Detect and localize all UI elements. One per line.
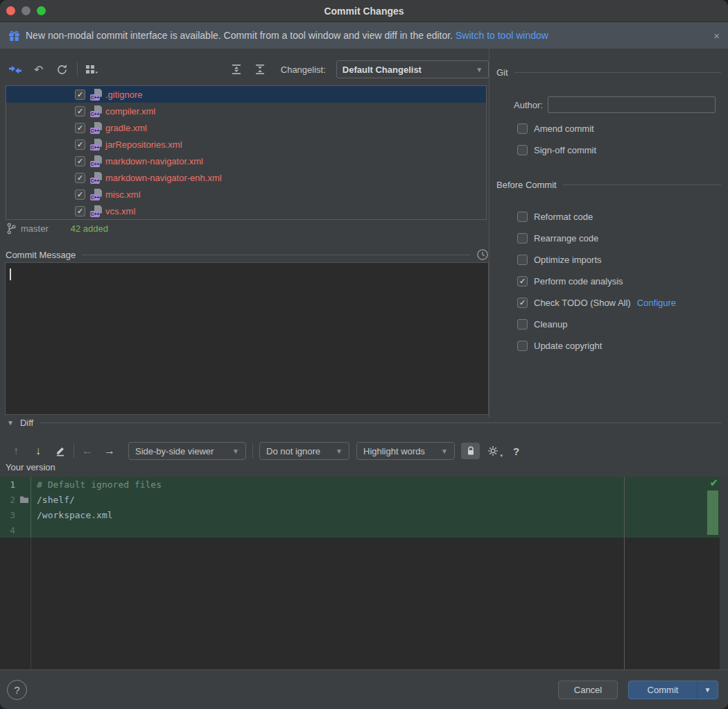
- diff-help-icon[interactable]: ?: [513, 445, 519, 457]
- checkbox[interactable]: ✓: [517, 276, 528, 287]
- edit-source-icon[interactable]: [51, 443, 69, 459]
- file-row[interactable]: ✓C++vcs.xml: [6, 203, 486, 219]
- line-number: 2: [0, 492, 18, 507]
- error-stripe[interactable]: [720, 477, 728, 669]
- disable-editing-lock-button[interactable]: [461, 443, 480, 459]
- checkbox-option[interactable]: Reformat code: [517, 206, 725, 228]
- diff-editor[interactable]: 1# Default ignored files2/shelf/3/worksp…: [0, 477, 728, 669]
- checkbox[interactable]: [517, 145, 528, 155]
- group-by-icon[interactable]: [83, 61, 100, 78]
- highlight-policy-dropdown[interactable]: Highlight words ▼: [356, 442, 455, 460]
- file-row[interactable]: ✓C++.gitignore: [6, 86, 486, 103]
- file-checkbox[interactable]: ✓: [75, 139, 85, 150]
- checkbox-label: Sign-off commit: [534, 145, 596, 155]
- file-checkbox[interactable]: ✓: [75, 89, 85, 100]
- traffic-lights: [6, 6, 46, 15]
- checkbox[interactable]: [517, 319, 528, 330]
- checkbox-label: Perform code analysis: [534, 276, 623, 287]
- git-options: Amend commitSign-off commit: [517, 118, 721, 161]
- branch-name[interactable]: master: [21, 223, 49, 234]
- git-section-title: Git: [496, 67, 508, 78]
- file-badge: C++: [90, 178, 100, 184]
- checkbox[interactable]: [517, 255, 528, 265]
- toolbar-separator: [73, 444, 74, 458]
- file-checkbox[interactable]: ✓: [75, 189, 85, 200]
- close-window-button[interactable]: [6, 6, 15, 15]
- rollback-icon[interactable]: ↶: [31, 61, 47, 78]
- checkbox-label: Cleanup: [534, 319, 567, 330]
- previous-difference-icon[interactable]: ←: [78, 443, 96, 459]
- notification-banner: New non-modal commit interface is availa…: [0, 22, 728, 49]
- checkbox-label: Amend commit: [534, 123, 594, 134]
- file-name: vcs.xml: [105, 206, 135, 216]
- diff-settings-gear-icon[interactable]: ▾: [484, 443, 502, 459]
- refresh-icon[interactable]: [54, 61, 71, 78]
- file-badge: C++: [90, 144, 100, 151]
- checkbox[interactable]: [517, 123, 528, 134]
- file-row[interactable]: ✓C++compiler.xml: [6, 103, 486, 119]
- commit-label[interactable]: Commit: [629, 681, 697, 699]
- file-row[interactable]: ✓C++markdown-navigator-enh.xml: [6, 169, 486, 186]
- checkbox-option[interactable]: Update copyright: [517, 335, 725, 357]
- diff-line: 4: [0, 522, 720, 538]
- file-name: markdown-navigator-enh.xml: [105, 173, 222, 183]
- checkbox-option[interactable]: Sign-off commit: [517, 139, 721, 161]
- viewer-mode-dropdown[interactable]: Side-by-side viewer ▼: [128, 442, 246, 460]
- switch-to-tool-window-link[interactable]: Switch to tool window: [456, 30, 548, 41]
- history-clock-icon[interactable]: [476, 248, 489, 261]
- file-checkbox[interactable]: ✓: [75, 123, 85, 133]
- chevron-down-icon: ▼: [336, 447, 343, 455]
- commit-message-input[interactable]: [5, 262, 489, 415]
- file-checkbox[interactable]: ✓: [75, 206, 85, 216]
- file-row[interactable]: ✓C++jarRepositories.xml: [6, 136, 486, 153]
- zoom-window-button[interactable]: [37, 6, 46, 15]
- added-change-marker[interactable]: [707, 490, 718, 535]
- checkbox-option[interactable]: ✓Check TODO (Show All)Configure: [517, 292, 725, 314]
- file-type-icon: C++: [90, 172, 102, 184]
- expand-all-icon[interactable]: [228, 61, 245, 78]
- code-text: # Default ignored files: [31, 477, 720, 492]
- checkbox-option[interactable]: Cleanup: [517, 314, 725, 335]
- file-checkbox[interactable]: ✓: [75, 156, 85, 166]
- diff-column-divider[interactable]: [624, 477, 625, 669]
- collapse-triangle-icon[interactable]: ▼: [7, 419, 14, 427]
- ignore-policy-dropdown[interactable]: Do not ignore ▼: [259, 442, 349, 460]
- chevron-down-icon: ▼: [441, 447, 448, 455]
- diff-section-header[interactable]: ▼ Diff: [7, 418, 721, 428]
- checkbox[interactable]: [517, 233, 528, 244]
- checkbox-option[interactable]: ✓Perform code analysis: [517, 271, 725, 292]
- checkbox[interactable]: [517, 212, 528, 222]
- previous-change-icon[interactable]: ↑: [7, 443, 25, 459]
- checkbox-option[interactable]: Optimize imports: [517, 249, 725, 271]
- file-row[interactable]: ✓C++misc.xml: [6, 186, 486, 203]
- checkbox[interactable]: ✓: [517, 298, 528, 308]
- configure-link[interactable]: Configure: [637, 298, 676, 308]
- collapse-all-icon[interactable]: [252, 61, 268, 78]
- show-diff-icon[interactable]: [7, 61, 24, 78]
- checkbox-option[interactable]: Rearrange code: [517, 228, 725, 249]
- author-input[interactable]: [548, 96, 716, 113]
- checkbox-option[interactable]: Amend commit: [517, 118, 721, 139]
- changelist-label: Changelist:: [281, 65, 326, 75]
- next-difference-icon[interactable]: →: [101, 443, 119, 459]
- file-badge: C++: [90, 128, 100, 134]
- file-badge: C++: [90, 111, 100, 117]
- file-row[interactable]: ✓C++markdown-navigator.xml: [6, 153, 486, 169]
- next-change-icon[interactable]: ↓: [29, 443, 47, 459]
- file-checkbox[interactable]: ✓: [75, 173, 85, 183]
- checkbox-label: Check TODO (Show All): [534, 298, 631, 308]
- help-button[interactable]: ?: [7, 680, 27, 700]
- commit-options-arrow[interactable]: ▼: [697, 681, 718, 699]
- checkbox-label: Rearrange code: [534, 233, 598, 244]
- file-row[interactable]: ✓C++gradle.xml: [6, 119, 486, 136]
- commit-button[interactable]: Commit ▼: [628, 681, 718, 699]
- changelist-dropdown[interactable]: Default Changelist ▼: [336, 60, 489, 78]
- banner-close-icon[interactable]: ×: [713, 30, 720, 42]
- folder-icon: [18, 492, 31, 507]
- cancel-button[interactable]: Cancel: [558, 681, 618, 699]
- file-list[interactable]: ✓C++.gitignore✓C++compiler.xml✓C++gradle…: [6, 85, 487, 220]
- your-version-label: Your version: [6, 462, 55, 472]
- checkbox[interactable]: [517, 341, 528, 351]
- file-checkbox[interactable]: ✓: [75, 106, 85, 117]
- added-count: 42 added: [71, 223, 108, 234]
